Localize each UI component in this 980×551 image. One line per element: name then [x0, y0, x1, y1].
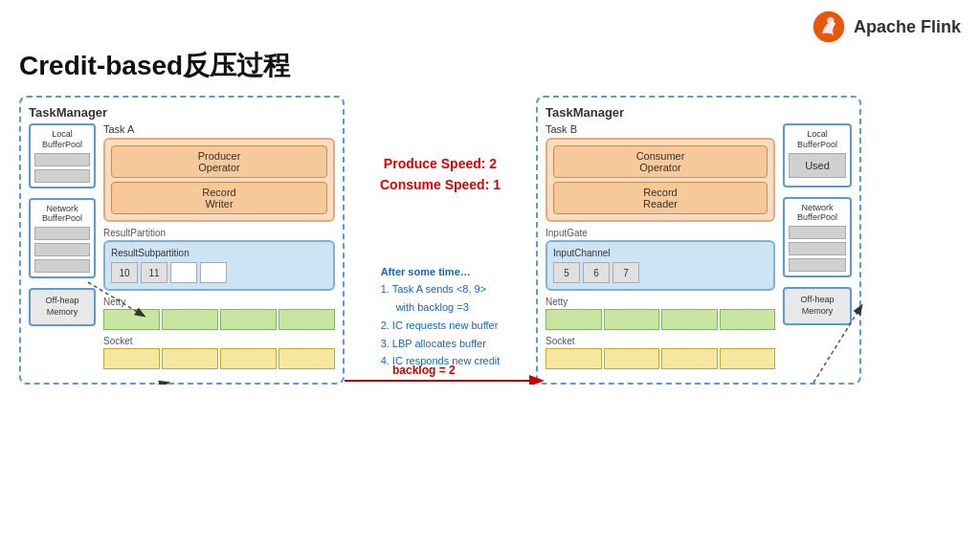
note-1: 1. Task A sends <8, 9>	[381, 280, 501, 298]
socket-cell-3	[220, 348, 277, 369]
left-network-pool-label: NetworkBufferPool	[34, 204, 90, 225]
right-socket-box	[546, 348, 775, 369]
rsp-buf-10: 10	[111, 262, 138, 283]
netty-cell-4	[278, 309, 335, 330]
note-3: 2. IC requests new buffer	[381, 317, 501, 335]
diagram-wrapper: TaskManager LocalBufferPool NetworkBuffe	[19, 96, 961, 385]
right-local-buffer-pool: LocalBufferPool Used	[783, 123, 852, 187]
ic-buffer-row: 5 6 7	[553, 262, 768, 283]
left-socket-label: Socket	[103, 336, 335, 346]
right-netty-3	[661, 309, 718, 330]
right-socket-1	[546, 348, 602, 369]
left-operator-box: ProducerOperator RecordWriter	[103, 138, 335, 222]
right-socket-2	[604, 348, 660, 369]
left-netty-box	[103, 309, 335, 330]
result-subpartition-box: ResultSubpartition 10 11	[103, 240, 335, 291]
right-netty-label: Netty	[546, 297, 775, 307]
consumer-operator: ConsumerOperator	[553, 145, 768, 178]
left-socket-box	[103, 348, 335, 369]
right-net-buf-1	[789, 226, 846, 239]
producer-operator: ProducerOperator	[111, 145, 327, 178]
record-reader: RecordReader	[553, 182, 768, 214]
logo-area: Apache Flink	[812, 10, 961, 44]
right-socket-3	[661, 348, 718, 369]
netty-cell-3	[220, 309, 277, 330]
notes-area: After some time… 1. Task A sends <8, 9> …	[381, 263, 501, 370]
right-net-buf-3	[789, 258, 846, 272]
right-netty-1	[546, 309, 602, 330]
rsp-buf-empty2	[200, 262, 227, 283]
ic-label: InputChannel	[553, 248, 768, 258]
record-writer: RecordWriter	[111, 182, 327, 214]
right-task-col: Task B ConsumerOperator RecordReader Inp…	[546, 123, 775, 375]
ic-buf-7: 7	[612, 262, 639, 283]
resultpartition-label: ResultPartition	[103, 228, 335, 238]
rsp-buf-11: 11	[141, 262, 167, 283]
left-buffer-pool-col: LocalBufferPool NetworkBufferPool	[29, 123, 96, 375]
left-local-buffer-pool: LocalBufferPool	[29, 123, 96, 188]
notes-box: After some time… 1. Task A sends <8, 9> …	[381, 263, 501, 370]
produce-speed: Produce Speed: 2	[380, 153, 501, 174]
left-tm-label: TaskManager	[29, 105, 335, 120]
right-netty-2	[604, 309, 660, 330]
right-socket-label: Socket	[546, 336, 775, 346]
netty-cell-1	[103, 309, 160, 330]
page-title: Credit-based反压过程	[19, 48, 961, 84]
ic-buf-5: 5	[553, 262, 580, 283]
left-task-label: Task A	[103, 123, 335, 135]
right-taskmanager: TaskManager Task B ConsumerOperator Reco…	[536, 96, 861, 385]
middle-col: Produce Speed: 2 Consume Speed: 1 After …	[345, 96, 536, 370]
note-4: 3. LBP allocates buffer	[381, 335, 501, 353]
left-offheap: Off-heapMemory	[29, 288, 96, 325]
consume-speed: Consume Speed: 1	[380, 174, 501, 195]
left-task-col: Task A ProducerOperator RecordWriter Res…	[103, 123, 335, 375]
svg-point-1	[827, 17, 834, 24]
page: Apache Flink Credit-based反压过程 TaskManage…	[0, 0, 980, 551]
right-offheap: Off-heapMemory	[783, 287, 852, 324]
ic-buf-6: 6	[583, 262, 610, 283]
net-buf-2	[34, 243, 90, 256]
socket-cell-2	[162, 348, 218, 369]
rsp-label: ResultSubpartition	[111, 248, 327, 258]
right-socket-4	[720, 348, 776, 369]
net-buf-1	[34, 227, 90, 240]
left-netty-label: Netty	[103, 297, 335, 307]
socket-cell-1	[103, 348, 160, 369]
notes-title: After some time…	[381, 263, 501, 281]
rsp-buf-empty1	[170, 262, 197, 283]
flink-logo-icon	[812, 10, 846, 44]
right-netty-box	[546, 309, 775, 330]
left-local-pool-label: LocalBufferPool	[34, 129, 90, 150]
used-box: Used	[789, 153, 846, 178]
netty-cell-2	[162, 309, 218, 330]
socket-cell-4	[278, 348, 335, 369]
local-buf-1	[34, 153, 90, 166]
right-task-label: Task B	[546, 123, 775, 135]
inputgate-label: InputGate	[546, 228, 775, 238]
logo-text: Apache Flink	[854, 17, 961, 37]
right-tm-label: TaskManager	[546, 105, 852, 120]
note-2: with backlog =3	[381, 298, 501, 317]
right-netty-4	[720, 309, 776, 330]
left-network-buffer-pool: NetworkBufferPool	[29, 198, 96, 279]
local-buf-2	[34, 169, 90, 183]
right-local-pool-label: LocalBufferPool	[789, 129, 846, 150]
right-pool-col: LocalBufferPool Used NetworkBufferPool O	[783, 123, 852, 375]
right-network-buffer-pool: NetworkBufferPool	[783, 197, 852, 278]
right-network-pool-label: NetworkBufferPool	[789, 203, 846, 224]
right-net-buf-2	[789, 242, 846, 255]
note-5: 4. IC responds new credit	[381, 352, 501, 370]
speed-info: Produce Speed: 2 Consume Speed: 1	[380, 153, 501, 196]
input-channel-box: InputChannel 5 6 7	[546, 240, 775, 291]
right-operator-box: ConsumerOperator RecordReader	[546, 138, 775, 222]
net-buf-3	[34, 259, 90, 273]
left-taskmanager: TaskManager LocalBufferPool NetworkBuffe	[19, 96, 345, 385]
rsp-buffer-row: 10 11	[111, 262, 327, 283]
